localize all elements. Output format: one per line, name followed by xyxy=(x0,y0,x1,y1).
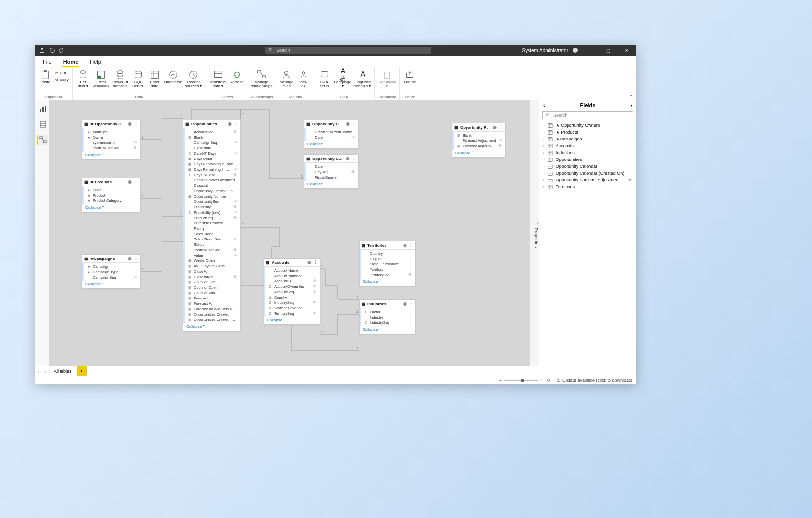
recent-sources-button[interactable]: Recent sources ▾ xyxy=(183,68,203,90)
table-field[interactable]: ★Manager xyxy=(84,129,140,135)
qa-setup-button[interactable]: Q&A setup xyxy=(316,68,333,90)
table-field[interactable]: ProductSeq👁 xyxy=(185,215,240,220)
tab-help[interactable]: Help xyxy=(89,57,102,67)
fields-table-item[interactable]: ›★ Products xyxy=(539,129,636,136)
manage-relationships-button[interactable]: Manage relationships xyxy=(249,68,274,90)
cut-button[interactable]: ✂Cut xyxy=(54,70,70,76)
table-field[interactable]: ▤Blank xyxy=(185,135,240,140)
collapse-link[interactable]: Collapse ⌃ xyxy=(360,279,415,286)
table-field[interactable]: ★Product Category xyxy=(84,198,140,203)
collapse-link[interactable]: Collapse ⌃ xyxy=(82,204,140,212)
table-field[interactable]: ΣIndustrySeq xyxy=(361,320,415,325)
visibility-icon[interactable]: ◉ xyxy=(128,121,132,126)
more-icon[interactable]: ⋮ xyxy=(134,179,138,184)
table-opportunity-owners[interactable]: ▦★ Opportunity Owners◉⋮★Manager★Ownersys… xyxy=(82,120,141,159)
visibility-icon[interactable]: ◉ xyxy=(228,121,232,126)
table-field[interactable]: AccountID👁 xyxy=(265,279,320,284)
copy-button[interactable]: ⧉Copy xyxy=(54,77,70,83)
table-field[interactable]: Probability👁 xyxy=(185,204,240,210)
table-field[interactable]: ▦Weeks Open xyxy=(185,258,240,263)
chevron-left-icon[interactable]: ‹ xyxy=(543,102,545,108)
table-opportunity-forecast[interactable]: ▦Opportunity Forecast...◉⋮▤BlankForecast… xyxy=(452,123,506,158)
table-field[interactable]: Created on Year Month xyxy=(306,129,358,135)
collapse-link[interactable]: Collapse ⌃ xyxy=(452,150,505,157)
table-field[interactable]: ⊕State or Province xyxy=(265,305,320,311)
table-field[interactable]: ΣDaysToClose👁 xyxy=(185,172,240,178)
table-field[interactable]: Opportunity Created On xyxy=(185,188,240,194)
undo-icon[interactable] xyxy=(49,47,55,53)
tab-file[interactable]: File xyxy=(42,57,53,67)
table-field[interactable]: ★Owner xyxy=(84,135,140,140)
table-field[interactable]: ▦Days Open xyxy=(185,156,240,161)
add-tab-button[interactable]: + xyxy=(77,366,87,376)
update-available-button[interactable]: Update available (click to download) xyxy=(556,378,632,383)
table-field[interactable]: AccountSeq👁 xyxy=(265,289,320,295)
table-field[interactable]: SystemUserSeq👁 xyxy=(84,145,140,151)
fields-search[interactable]: Search xyxy=(542,111,633,119)
search-box[interactable]: Search xyxy=(265,47,431,54)
table-field[interactable]: ▤Close % xyxy=(185,269,240,274)
visibility-icon[interactable]: ◉ xyxy=(307,260,311,265)
table-field[interactable]: AccountSeq👁 xyxy=(185,129,240,135)
table-field[interactable]: ▤Blank xyxy=(454,133,505,138)
linguistic-schema-button[interactable]: ALinguistic schema ▾ xyxy=(353,68,372,90)
user-avatar-icon[interactable] xyxy=(573,48,578,53)
redo-icon[interactable] xyxy=(59,47,64,53)
tab-nav-next[interactable]: › xyxy=(42,369,49,374)
table-territories[interactable]: ▦Territories◉⋮CountryRegionState Or Prov… xyxy=(359,241,416,286)
report-view-icon[interactable] xyxy=(37,103,48,114)
more-icon[interactable]: ⋮ xyxy=(134,121,138,126)
fields-table-item[interactable]: ›★Campaigns xyxy=(539,136,636,142)
table-field[interactable]: ★Product xyxy=(84,193,140,198)
dataverse-button[interactable]: Dataverse xyxy=(163,68,183,85)
table-field[interactable]: DaySeq👁 xyxy=(306,169,358,175)
table-field[interactable]: systemuserId👁 xyxy=(84,140,140,145)
get-data-button[interactable]: Get data ▾ xyxy=(75,68,91,90)
minimize-button[interactable]: — xyxy=(583,45,596,56)
collapse-link[interactable]: Collapse ⌃ xyxy=(82,152,140,159)
more-icon[interactable]: ⋮ xyxy=(234,121,238,126)
table-field[interactable]: Date👁 xyxy=(306,135,358,140)
table-field[interactable]: ▤Count of Win xyxy=(185,290,240,296)
more-icon[interactable]: ⋮ xyxy=(409,243,413,248)
collapse-link[interactable]: Collapse ⌃ xyxy=(304,181,358,188)
fields-table-item[interactable]: ›Opportunities xyxy=(539,156,636,163)
model-canvas[interactable]: 1* 1* 1* *1 * *1 *1 *1 ▦★ Opportunity Ow… xyxy=(50,100,530,366)
collapse-link[interactable]: Collapse ⌃ xyxy=(82,281,140,288)
table-field[interactable]: ▤Forecast Adjustment Va...👁 xyxy=(454,143,505,149)
table-field[interactable]: ▤Forecast by Win/Loss Ratio xyxy=(185,306,240,312)
more-icon[interactable]: ⋮ xyxy=(409,301,413,306)
table-field[interactable]: ▤Close target👁 xyxy=(185,274,240,279)
fields-table-item[interactable]: ›Opportunity Calendar xyxy=(539,163,636,170)
table-field[interactable]: Forecast Adjustment👁 xyxy=(454,138,505,143)
visibility-icon[interactable]: ◉ xyxy=(493,125,497,130)
table-accounts[interactable]: ▦Accounts◉⋮Account NameAccount NumberAcc… xyxy=(264,258,320,325)
table-field[interactable]: OpportunitySeq👁 xyxy=(185,199,240,204)
visibility-icon[interactable]: ◉ xyxy=(128,179,132,184)
properties-pane-collapsed[interactable]: ‹ Properties xyxy=(530,100,539,366)
close-button[interactable]: ✕ xyxy=(620,45,633,56)
table-field[interactable]: Sales Stage xyxy=(185,231,240,237)
table-field[interactable]: ★Campaign xyxy=(84,264,140,269)
model-view-icon[interactable] xyxy=(37,135,48,145)
table-field[interactable]: ★Campaign Type xyxy=(84,269,140,275)
table-field[interactable]: State Or Province xyxy=(361,261,415,267)
table-field[interactable]: ▦Days Remaining In Pipeline xyxy=(185,161,240,167)
fields-table-item[interactable]: ›Industries xyxy=(539,149,636,156)
table-field[interactable]: ▤Forecast % xyxy=(185,301,240,306)
table-field[interactable]: CampaignSeq👁 xyxy=(185,140,240,145)
table-field[interactable]: ▤Forecast xyxy=(185,296,240,301)
sensitivity-button[interactable]: Sensitivity ▾ xyxy=(377,68,397,90)
visibility-icon[interactable]: ◉ xyxy=(128,256,132,261)
table-field[interactable]: ΣTerritorySeq👁 xyxy=(265,311,320,316)
table-field[interactable]: TerritorySeq👁 xyxy=(361,272,415,278)
maximize-button[interactable]: ▢ xyxy=(601,45,615,56)
table-field[interactable]: ▤Count of Open xyxy=(185,285,240,290)
fields-table-item[interactable]: ›Opportunity Forecast Adjustment👁 xyxy=(539,177,636,183)
excel-button[interactable]: Excel workbook xyxy=(91,68,111,90)
collapse-link[interactable]: Collapse ⌃ xyxy=(264,317,320,324)
table-field[interactable]: ΣIndustrySeq👁 xyxy=(265,300,320,305)
table-field[interactable]: ⊕Country xyxy=(265,295,320,300)
table-field[interactable]: Close date xyxy=(185,145,240,151)
pbi-datasets-button[interactable]: Power BI datasets xyxy=(111,68,129,90)
